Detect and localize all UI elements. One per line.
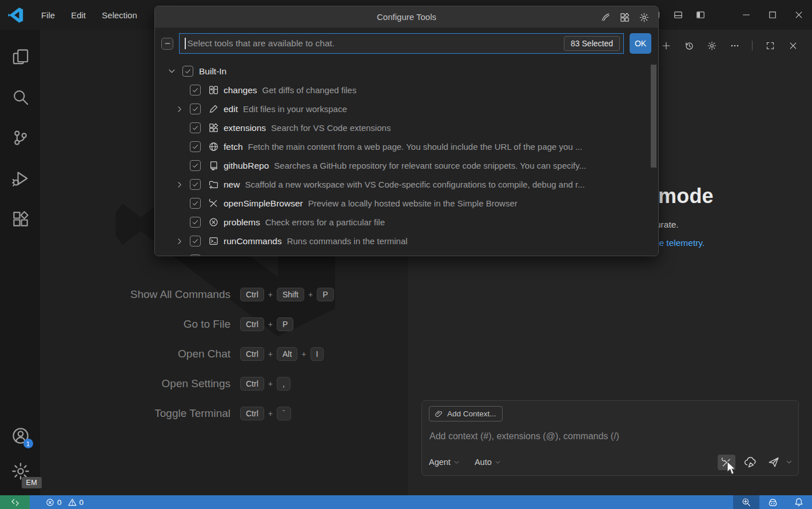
telemetry-link-fragment[interactable]: le telemetry. <box>657 238 704 248</box>
ok-button[interactable]: OK <box>630 33 651 54</box>
close-panel-icon[interactable] <box>787 40 798 51</box>
chevron-down-icon[interactable] <box>166 66 177 77</box>
accounts-badge: 1 <box>23 439 33 448</box>
chevron-right-icon[interactable] <box>174 179 185 190</box>
problems-status[interactable]: 0 0 <box>42 495 90 509</box>
menu-selection[interactable]: Selection <box>94 7 145 23</box>
checkbox-checked[interactable] <box>182 66 193 77</box>
explorer-icon[interactable] <box>7 43 34 70</box>
tool-row-edit[interactable]: editEdit files in your workspace <box>155 100 658 118</box>
toggle-panel-icon[interactable] <box>671 7 686 22</box>
toggle-secondary-sidebar-icon[interactable] <box>693 7 708 22</box>
toggle-all-checkbox[interactable] <box>161 38 173 50</box>
maximize-panel-icon[interactable] <box>765 40 775 51</box>
tool-list: Built-InchangesGet diffs of changed file… <box>155 62 658 256</box>
checkbox-checked[interactable] <box>190 198 201 209</box>
chat-toolbar <box>660 40 798 51</box>
tool-row-fetch[interactable]: fetchFetch the main content from a web p… <box>155 137 658 156</box>
indeterminate-dash-icon <box>164 39 172 47</box>
checkbox-checked[interactable] <box>190 254 201 256</box>
tool-row-runCommands[interactable]: runCommandsRuns commands in the terminal <box>155 232 658 250</box>
checkbox-checked[interactable] <box>190 104 201 114</box>
install-extensions-icon[interactable] <box>620 13 630 22</box>
manage-gear-icon[interactable]: EM <box>7 458 34 485</box>
extensions-icon[interactable] <box>7 205 34 233</box>
chevron-right-icon[interactable] <box>174 104 185 114</box>
keycap: Ctrl <box>240 377 264 391</box>
keycap: P <box>277 317 293 331</box>
shortcut-keys: Ctrl+` <box>240 407 291 420</box>
chat-input-box[interactable]: Add Context... Add context (#), extensio… <box>421 400 799 476</box>
menu-file[interactable]: File <box>33 7 63 23</box>
new-chat-icon[interactable] <box>660 40 671 51</box>
more-actions-icon[interactable] <box>729 40 740 51</box>
checkbox-checked[interactable] <box>190 179 201 190</box>
chat-settings-gear-icon[interactable] <box>706 40 717 51</box>
dialog-input-row: Select tools that are available to chat.… <box>155 28 658 57</box>
tool-row-runNotebooks[interactable]: runNotebooksRun notebook cells <box>155 250 658 256</box>
tools-search-input[interactable]: Select tools that are available to chat.… <box>179 33 624 54</box>
keycap: Ctrl <box>240 288 264 301</box>
shortcut-keys: Ctrl+Alt+I <box>240 347 324 361</box>
pencil-icon <box>208 104 218 114</box>
tool-name: githubRepo <box>224 161 269 171</box>
tools-settings-gear-icon[interactable] <box>639 13 649 22</box>
error-icon <box>46 498 54 507</box>
checkbox-checked[interactable] <box>190 141 201 152</box>
plus-separator: + <box>268 349 273 359</box>
model-picker[interactable]: Auto <box>475 458 501 467</box>
mode-picker[interactable]: Agent <box>429 458 460 467</box>
send-options-chevron-icon[interactable] <box>786 459 793 466</box>
menu-edit[interactable]: Edit <box>63 7 94 23</box>
zoom-status-icon[interactable] <box>733 495 759 509</box>
tools-icon <box>208 198 218 209</box>
tool-description: Check errors for a particular file <box>265 217 385 227</box>
checkbox-checked[interactable] <box>190 217 201 228</box>
source-control-icon[interactable] <box>7 124 34 152</box>
tool-name: runNotebooks <box>224 255 279 257</box>
twistie-spacer <box>174 217 185 228</box>
chevron-right-icon[interactable] <box>174 236 185 246</box>
status-bar-right <box>733 495 812 509</box>
maximize-button[interactable] <box>759 0 786 30</box>
tool-row-changes[interactable]: changesGet diffs of changed files <box>155 81 658 100</box>
copilot-status-icon[interactable] <box>759 495 786 509</box>
dialog-header[interactable]: Configure Tools <box>155 6 658 28</box>
checkbox-checked[interactable] <box>190 85 201 96</box>
remote-indicator[interactable] <box>0 495 30 509</box>
tool-row-extensions[interactable]: extensionsSearch for VS Code extensions <box>155 118 658 137</box>
dialog-scrollbar[interactable] <box>651 65 656 168</box>
notifications-bell-icon[interactable] <box>786 495 812 509</box>
tool-row-problems[interactable]: problemsCheck errors for a particular fi… <box>155 213 658 232</box>
chat-input-placeholder[interactable]: Add context (#), extensions (@), command… <box>429 431 619 442</box>
close-window-button[interactable] <box>786 0 812 30</box>
shortcut-keys: Ctrl+P <box>240 317 293 331</box>
tool-row-githubRepo[interactable]: githubRepoSearches a GitHub repository f… <box>155 156 658 175</box>
tool-group-row[interactable]: Built-In <box>155 62 658 81</box>
tool-description: Preview a locally hosted website in the … <box>308 198 518 208</box>
add-context-button[interactable]: Add Context... <box>429 406 503 421</box>
mcp-servers-icon[interactable] <box>601 13 610 22</box>
send-icon[interactable] <box>765 455 782 470</box>
accounts-icon[interactable]: 1 <box>7 422 34 450</box>
keycap: Ctrl <box>240 407 264 420</box>
globe-icon <box>208 142 218 152</box>
tool-name: fetch <box>224 142 243 152</box>
tool-row-openSimpleBrowser[interactable]: openSimpleBrowserPreview a locally hoste… <box>155 194 658 213</box>
checkbox-checked[interactable] <box>190 236 201 246</box>
tool-description: Runs commands in the terminal <box>287 236 408 246</box>
tool-name: edit <box>224 104 238 114</box>
twistie-spacer <box>174 198 185 209</box>
chat-history-icon[interactable] <box>683 40 694 51</box>
text-caret <box>185 38 186 49</box>
search-icon[interactable] <box>7 83 34 111</box>
minimize-button[interactable] <box>733 0 759 30</box>
dialog-header-icons <box>601 6 649 28</box>
run-debug-icon[interactable] <box>7 165 34 192</box>
tool-row-new[interactable]: newScaffold a new workspace with VS Code… <box>155 175 658 194</box>
chevron-right-icon[interactable] <box>174 254 185 256</box>
cloud-delegate-icon[interactable] <box>741 455 759 470</box>
chat-welcome-heading-fragment: mode <box>658 184 714 208</box>
checkbox-checked[interactable] <box>190 122 201 133</box>
checkbox-checked[interactable] <box>190 160 201 171</box>
